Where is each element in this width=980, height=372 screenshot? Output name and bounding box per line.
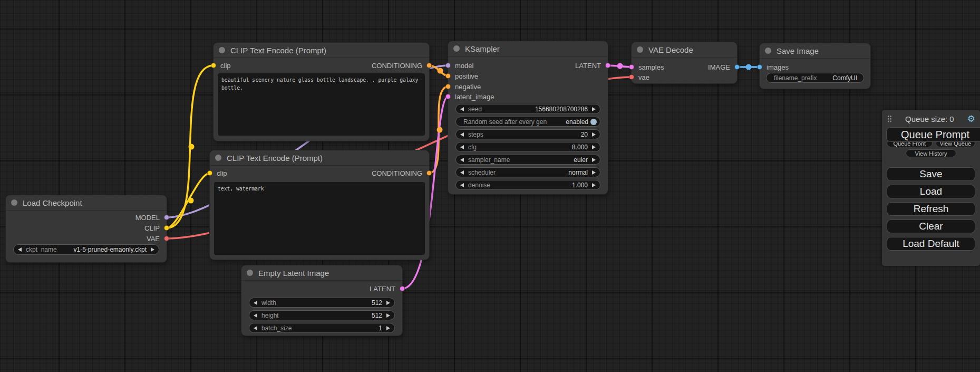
widget-random-seed[interactable]: Random seed after every gen enabled [455,117,600,127]
widget-ckpt-name[interactable]: ckpt_name v1-5-pruned-emaonly.ckpt [13,244,159,255]
positive-prompt-textarea[interactable]: beautiful scenery nature glass bottle la… [218,73,425,136]
port-dot-model[interactable] [445,63,451,68]
increment-arrow-icon[interactable] [592,107,596,111]
save-button[interactable]: Save [887,167,975,181]
collapse-dot-icon[interactable] [765,47,771,54]
port-dot-clip[interactable] [164,225,169,231]
port-dot-conditioning[interactable] [426,63,432,68]
port-dot-conditioning[interactable] [445,84,451,89]
port-dot-image[interactable] [757,64,762,70]
clear-button[interactable]: Clear [887,220,975,233]
collapse-dot-icon[interactable] [11,199,17,206]
node-empty-latent-image[interactable]: Empty Latent Image LATENT width 512 heig… [241,265,402,336]
view-history-button[interactable]: View History [906,149,956,157]
decrement-arrow-icon[interactable] [460,132,464,137]
port-dot-clip[interactable] [211,63,216,68]
decrement-arrow-icon[interactable] [460,145,464,149]
node-title-bar[interactable]: CLIP Text Encode (Prompt) [210,150,429,166]
load-default-button[interactable]: Load Default [887,237,975,251]
drag-handle-icon[interactable] [887,115,892,122]
port-dot-latent[interactable] [400,286,405,291]
widget-scheduler[interactable]: scheduler normal [455,167,600,177]
node-title-bar[interactable]: Load Checkpoint [6,195,167,211]
output-port-model[interactable]: MODEL [135,213,169,222]
decrement-arrow-icon[interactable] [254,313,257,318]
port-dot-model[interactable] [164,215,169,220]
increment-arrow-icon[interactable] [592,145,596,149]
collapse-dot-icon[interactable] [215,155,221,161]
node-clip-text-encode-negative[interactable]: CLIP Text Encode (Prompt) clip CONDITION… [210,150,429,260]
random-seed-toggle[interactable] [590,119,597,125]
port-dot-vae[interactable] [164,236,169,241]
output-port-conditioning[interactable]: CONDITIONING [372,169,432,177]
increment-arrow-icon[interactable] [386,301,390,305]
increment-arrow-icon[interactable] [592,183,596,187]
collapse-dot-icon[interactable] [637,46,643,53]
input-port-images[interactable]: images [757,63,789,71]
widget-width[interactable]: width 512 [249,298,395,308]
input-port-clip[interactable]: clip [211,61,231,70]
queue-prompt-button[interactable]: Queue Prompt [886,127,980,142]
node-load-checkpoint[interactable]: Load Checkpoint MODEL CLIP VAE ckpt_name… [6,195,167,262]
collapse-dot-icon[interactable] [247,270,253,276]
port-dot-image[interactable] [734,64,740,70]
decrement-arrow-icon[interactable] [18,247,22,252]
output-port-image[interactable]: IMAGE [708,63,740,71]
widget-batch-size[interactable]: batch_size 1 [249,323,395,333]
node-ksampler[interactable]: KSampler model positive negative latent_… [448,41,608,194]
decrement-arrow-icon[interactable] [254,301,257,305]
decrement-arrow-icon[interactable] [460,107,464,111]
output-port-latent[interactable]: LATENT [575,61,610,70]
widget-filename-prefix[interactable]: filename_prefix ComfyUI [766,73,864,83]
node-title-bar[interactable]: Save Image [760,43,870,59]
port-dot-clip[interactable] [207,170,212,176]
widget-height[interactable]: height 512 [249,310,395,320]
decrement-arrow-icon[interactable] [254,326,257,330]
widget-seed[interactable]: seed 156680208700286 [455,104,600,114]
decrement-arrow-icon[interactable] [460,170,464,175]
collapse-dot-icon[interactable] [453,45,460,52]
input-port-samples[interactable]: samples [629,63,664,71]
port-dot-conditioning[interactable] [445,73,451,79]
widget-denoise[interactable]: denoise 1.000 [455,180,600,190]
decrement-arrow-icon[interactable] [460,158,464,162]
load-button[interactable]: Load [887,185,975,198]
output-port-vae[interactable]: VAE [147,234,169,243]
node-vae-decode[interactable]: VAE Decode samples vae IMAGE [632,42,737,83]
negative-prompt-textarea[interactable]: text, watermark [214,182,425,255]
decrement-arrow-icon[interactable] [460,183,464,187]
input-port-latent-image[interactable]: latent_image [445,92,494,101]
port-dot-vae[interactable] [629,74,634,80]
output-port-conditioning[interactable]: CONDITIONING [372,61,432,70]
widget-sampler-name[interactable]: sampler_name euler [455,155,600,165]
node-title-bar[interactable]: CLIP Text Encode (Prompt) [214,43,429,58]
node-title-bar[interactable]: Empty Latent Image [241,265,402,281]
output-port-latent[interactable]: LATENT [370,284,405,293]
settings-gear-icon[interactable]: ⚙ [967,115,975,123]
port-dot-latent[interactable] [605,63,610,68]
refresh-button[interactable]: Refresh [887,202,975,216]
increment-arrow-icon[interactable] [592,170,596,175]
output-port-clip[interactable]: CLIP [144,224,169,232]
input-port-negative[interactable]: negative [445,82,481,91]
port-dot-latent[interactable] [629,64,634,70]
widget-steps[interactable]: steps 20 [455,129,600,139]
node-title-bar[interactable]: KSampler [448,41,608,56]
widget-cfg[interactable]: cfg 8.000 [455,142,600,152]
node-clip-text-encode-positive[interactable]: CLIP Text Encode (Prompt) clip CONDITION… [214,43,429,141]
port-dot-latent[interactable] [445,94,451,99]
input-port-model[interactable]: model [445,61,473,70]
input-port-positive[interactable]: positive [445,72,478,80]
input-port-vae[interactable]: vae [629,73,649,81]
increment-arrow-icon[interactable] [151,247,154,252]
node-graph-canvas[interactable]: { "colors": { "model": "#b39ddb", "clip"… [0,0,980,372]
increment-arrow-icon[interactable] [592,132,596,137]
node-title-bar[interactable]: VAE Decode [632,42,737,58]
node-save-image[interactable]: Save Image images filename_prefix ComfyU… [760,43,870,89]
increment-arrow-icon[interactable] [386,326,390,330]
increment-arrow-icon[interactable] [592,158,596,162]
port-dot-conditioning[interactable] [426,170,432,176]
collapse-dot-icon[interactable] [219,47,225,53]
input-port-clip[interactable]: clip [207,169,227,177]
increment-arrow-icon[interactable] [386,313,390,318]
